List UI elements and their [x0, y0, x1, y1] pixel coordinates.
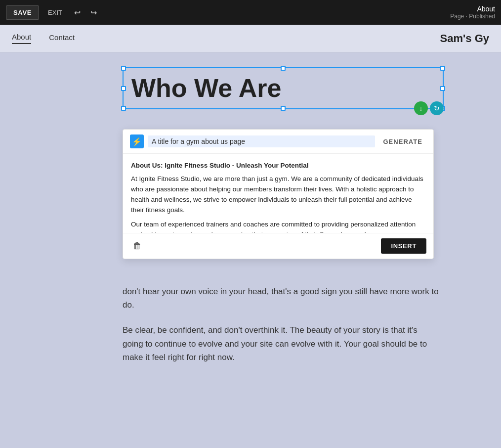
handle-mr[interactable] — [440, 86, 445, 91]
ai-result-title: About Us: Ignite Fitness Studio - Unleas… — [131, 161, 425, 171]
toolbar-page-title: About — [450, 5, 495, 13]
block-action-down-icon[interactable]: ↓ — [414, 101, 428, 115]
handle-tm[interactable] — [281, 66, 286, 71]
selected-block-wrapper: Who We Are ↓ ↻ — [123, 67, 444, 109]
selected-block[interactable]: Who We Are ↓ ↻ — [123, 67, 444, 109]
nav-bar: About Contact Sam's Gy — [0, 25, 501, 52]
ai-result-para-1: At Ignite Fitness Studio, we are more th… — [131, 174, 425, 216]
nav-item-about[interactable]: About — [12, 33, 31, 44]
ai-insert-button[interactable]: INSERT — [381, 238, 426, 254]
handle-ml[interactable] — [121, 86, 126, 91]
handle-tl[interactable] — [121, 66, 126, 71]
undo-button[interactable]: ↩ — [69, 5, 85, 20]
page-canvas: Who We Are ↓ ↻ ⚡ GENERATE About Us: Igni… — [0, 52, 501, 448]
ai-panel-header: ⚡ GENERATE — [123, 130, 433, 154]
nav-brand: Sam's Gy — [440, 32, 489, 45]
redo-button[interactable]: ↪ — [85, 5, 102, 20]
block-title: Who We Are — [131, 74, 435, 102]
exit-button[interactable]: EXIT — [41, 6, 69, 19]
body-para-2: Be clear, be confident, and don't overth… — [123, 323, 439, 364]
ai-result-para-2: Our team of experienced trainers and coa… — [131, 220, 425, 233]
ai-panel-content[interactable]: About Us: Ignite Fitness Studio - Unleas… — [123, 154, 433, 233]
toolbar-page-status: Page · Published — [450, 13, 495, 20]
page-body-text: don't hear your own voice in your head, … — [123, 285, 439, 376]
nav-item-contact[interactable]: Contact — [49, 33, 75, 44]
handle-tr[interactable] — [440, 66, 445, 71]
body-para-1: don't hear your own voice in your head, … — [123, 285, 439, 312]
generate-button[interactable]: GENERATE — [379, 136, 426, 147]
block-action-refresh-icon[interactable]: ↻ — [430, 101, 444, 115]
bolt-icon: ⚡ — [130, 134, 144, 148]
handle-bl[interactable] — [121, 106, 126, 111]
save-button[interactable]: SAVE — [6, 5, 39, 20]
ai-panel: ⚡ GENERATE About Us: Ignite Fitness Stud… — [123, 129, 434, 259]
ai-panel-footer: 🗑 INSERT — [123, 233, 433, 259]
toolbar-page-info: About Page · Published — [450, 5, 495, 20]
ai-prompt-input[interactable] — [148, 135, 375, 147]
handle-bm[interactable] — [281, 106, 286, 111]
ai-delete-button[interactable]: 🗑 — [130, 240, 145, 252]
block-actions: ↓ ↻ — [414, 101, 444, 115]
toolbar: SAVE EXIT ↩ ↪ About Page · Published — [0, 0, 501, 25]
